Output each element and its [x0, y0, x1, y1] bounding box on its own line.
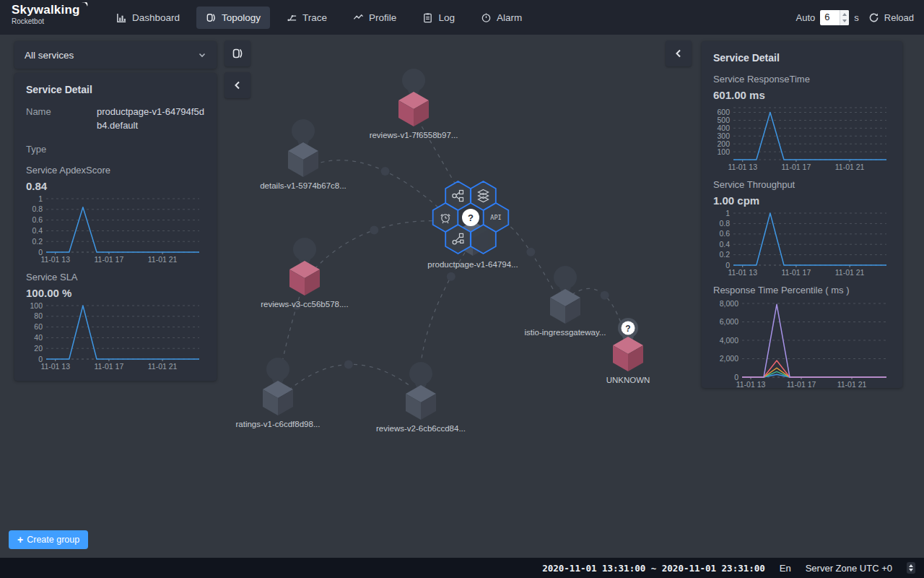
- svg-text:0.4: 0.4: [719, 240, 730, 249]
- hex-menu-item-blank[interactable]: [471, 225, 496, 254]
- nav-label: Dashboard: [132, 12, 180, 23]
- topology-node-reviews-v2[interactable]: reviews-v2-6cb6ccd84...: [376, 362, 466, 433]
- create-group-button[interactable]: + Create group: [9, 530, 88, 549]
- throughput-chart-value: 1.00 cpm: [713, 194, 891, 207]
- node-label: reviews-v1-7f6558b97...: [370, 131, 458, 139]
- nav-item-trace[interactable]: Trace: [277, 7, 336, 29]
- topology-legend-button[interactable]: [225, 40, 250, 66]
- topology-node-reviews-v3[interactable]: reviews-v3-cc56b578....: [261, 238, 348, 309]
- topology-icon: [206, 12, 217, 23]
- node-pin: [293, 238, 316, 261]
- language-toggle[interactable]: En: [780, 563, 791, 574]
- node-label: productpage-v1-64794...: [427, 260, 518, 269]
- edge-midpoint-dot: [601, 291, 609, 300]
- svg-text:60: 60: [34, 322, 43, 331]
- svg-text:20: 20: [34, 343, 43, 352]
- zone-stepper[interactable]: [907, 562, 915, 574]
- auto-interval-stepper[interactable]: [840, 10, 849, 25]
- name-value: productpage-v1-64794f5db4.default: [97, 105, 205, 133]
- reload-label[interactable]: Reload: [884, 12, 914, 23]
- svg-text:?: ?: [468, 212, 474, 223]
- svg-text:4,000: 4,000: [720, 336, 738, 345]
- svg-text:8,000: 8,000: [720, 300, 738, 308]
- chevron-down-icon: [198, 51, 206, 59]
- alarm-icon: [481, 12, 492, 23]
- edge-midpoint-dot: [344, 361, 353, 369]
- trace-icon: [287, 12, 297, 23]
- svg-text:11-01 17: 11-01 17: [95, 255, 124, 264]
- svg-text:600: 600: [717, 108, 730, 116]
- svg-text:11-01 21: 11-01 21: [837, 380, 867, 389]
- node-label: reviews-v2-6cb6ccd84...: [376, 424, 466, 433]
- topology-node-reviews-v1[interactable]: reviews-v1-7f6558b97...: [370, 69, 458, 139]
- node-pin: [266, 358, 289, 381]
- nav-label: Profile: [369, 12, 396, 23]
- svg-text:?: ?: [625, 324, 630, 334]
- apdex-chart-label: Service ApdexScore: [26, 165, 205, 176]
- topology-edge: [315, 221, 445, 269]
- edge-midpoint-dot: [526, 248, 535, 256]
- name-row: Name productpage-v1-64794f5db4.default: [26, 105, 205, 133]
- svg-text:11-01 17: 11-01 17: [787, 380, 816, 389]
- node-pin: [554, 266, 577, 289]
- svg-text:API: API: [490, 214, 501, 221]
- percentile-chart: 02,0004,0006,0008,00011-01 1311-01 1711-…: [713, 300, 891, 389]
- svg-text:11-01 21: 11-01 21: [148, 362, 178, 371]
- svg-text:1: 1: [725, 210, 730, 217]
- topology-node-ratings-v1[interactable]: ratings-v1-c6cdf8d98...: [236, 358, 321, 428]
- svg-text:6,000: 6,000: [720, 317, 738, 326]
- reload-icon[interactable]: [868, 12, 879, 23]
- api-icon: API: [490, 214, 501, 221]
- svg-text:100: 100: [717, 147, 730, 156]
- top-navbar: Skywalking Rocketbot Dashboard Topology …: [0, 0, 924, 35]
- chevron-left-icon: [674, 49, 683, 58]
- nav-item-dashboard[interactable]: Dashboard: [107, 7, 189, 29]
- panel-title: Service Detail: [713, 52, 891, 64]
- nav-item-topology[interactable]: Topology: [196, 7, 270, 29]
- type-label: Type: [26, 143, 97, 155]
- svg-text:11-01 13: 11-01 13: [728, 163, 757, 171]
- svg-text:11-01 17: 11-01 17: [782, 163, 811, 171]
- hex-menu-item-trace-icon[interactable]: [445, 225, 471, 254]
- topology-node-details-v1[interactable]: details-v1-5974b67c8...: [260, 119, 346, 190]
- swoosh-icon: [80, 1, 90, 11]
- time-range[interactable]: 2020-11-01 13:31:00 ~ 2020-11-01 23:31:0…: [542, 563, 765, 574]
- node-label: ratings-v1-c6cdf8d98...: [236, 420, 321, 428]
- svg-text:400: 400: [717, 124, 730, 132]
- edge-midpoint-dot: [381, 167, 390, 176]
- topology-node-istio-ingressgateway[interactable]: istio-ingressgateway...: [525, 266, 606, 337]
- create-group-label: Create group: [27, 535, 79, 545]
- topology-icon: [232, 48, 243, 59]
- nav-item-profile[interactable]: Profile: [344, 7, 406, 29]
- svg-text:0.2: 0.2: [719, 250, 730, 259]
- svg-text:0.4: 0.4: [32, 226, 43, 235]
- resp-chart-value: 601.00 ms: [713, 89, 891, 101]
- node-pin: [409, 362, 432, 385]
- type-value: [97, 143, 205, 155]
- service-detail-panel-left: Service Detail Name productpage-v1-64794…: [14, 73, 217, 381]
- node-type-question-badge[interactable]: ?: [462, 209, 479, 226]
- svg-text:0.6: 0.6: [32, 215, 43, 224]
- services-select-value: All services: [25, 50, 74, 61]
- collapse-left-panel-button[interactable]: [225, 72, 250, 98]
- topology-edge: [501, 223, 553, 289]
- node-label: details-v1-5974b67c8...: [260, 181, 346, 190]
- edge-midpoint-dot: [370, 225, 378, 234]
- sla-chart: 02040608010011-01 1311-01 1711-01 21: [26, 302, 204, 371]
- svg-text:0.8: 0.8: [719, 219, 730, 228]
- auto-unit: s: [854, 12, 859, 23]
- svg-text:11-01 21: 11-01 21: [835, 163, 865, 171]
- nav-item-log[interactable]: Log: [413, 7, 464, 29]
- server-zone-label[interactable]: Server Zone UTC +0: [806, 563, 892, 574]
- svg-text:500: 500: [717, 116, 730, 124]
- svg-text:11-01 13: 11-01 13: [728, 268, 757, 277]
- nav-item-alarm[interactable]: Alarm: [471, 7, 531, 29]
- apdex-chart: 00.20.40.60.8111-01 1311-01 1711-01 21: [26, 195, 204, 264]
- topology-canvas[interactable]: reviews-v1-7f6558b97...details-v1-5974b6…: [217, 35, 702, 558]
- auto-interval-input[interactable]: 6: [820, 10, 849, 25]
- services-select[interactable]: All services: [14, 41, 217, 69]
- brand-title: Skywalking: [12, 3, 80, 17]
- collapse-right-panel-button[interactable]: [666, 40, 692, 66]
- response-time-chart: 10020030040050060011-01 1311-01 1711-01 …: [713, 104, 891, 172]
- topology-node-unknown[interactable]: ?UNKNOWN: [606, 318, 650, 384]
